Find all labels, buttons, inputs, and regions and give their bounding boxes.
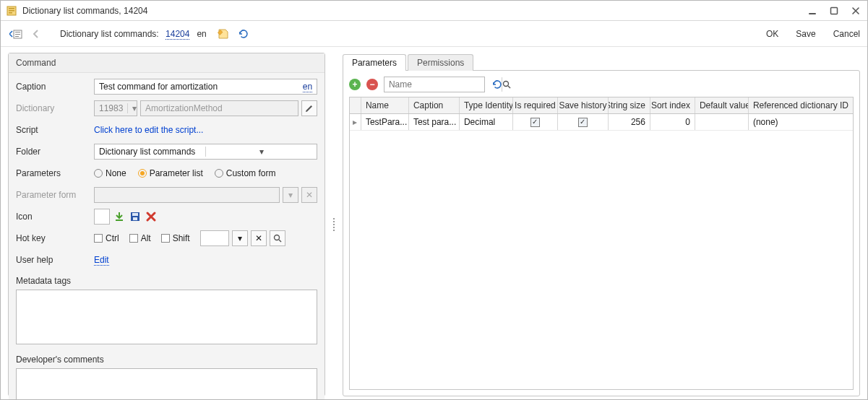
dictionary-label: Dictionary (16, 103, 94, 113)
edit-note-icon[interactable] (215, 26, 231, 42)
caption-input[interactable]: Test command for amortization en (94, 79, 317, 95)
remove-parameter-button[interactable]: − (366, 79, 378, 90)
svg-rect-7 (15, 32, 20, 32)
icon-save-button[interactable] (129, 210, 142, 223)
cell-required[interactable] (513, 114, 558, 130)
save-button[interactable]: Save (796, 29, 815, 39)
breadcrumb-label: Dictionary list commands: (60, 29, 159, 39)
parameters-radio-list[interactable]: Parameter list (138, 168, 203, 178)
caption-label: Caption (16, 82, 94, 92)
cell-history[interactable] (558, 114, 609, 130)
row-selector-icon[interactable]: ▸ (350, 114, 361, 130)
hotkey-shift-check[interactable]: Shift (161, 233, 190, 243)
grid-row-selector-header (350, 97, 361, 113)
cell-default[interactable] (695, 114, 749, 130)
check-icon (530, 118, 540, 127)
hotkey-ctrl-check[interactable]: Ctrl (94, 233, 119, 243)
col-caption[interactable]: Caption (409, 97, 460, 113)
col-history[interactable]: Save history (558, 97, 609, 113)
hotkey-key-field[interactable] (200, 230, 229, 246)
svg-point-15 (503, 82, 508, 87)
parameters-radio-none[interactable]: None (94, 168, 126, 178)
add-parameter-button[interactable]: + (349, 79, 361, 90)
icon-label: Icon (16, 212, 94, 222)
script-label: Script (16, 125, 94, 135)
cell-type[interactable]: Decimal (460, 114, 513, 130)
cell-sort-index[interactable]: 0 (650, 114, 695, 130)
titlebar: Dictionary list commands, 14204 (1, 1, 867, 21)
col-sort-index[interactable]: Sort index (650, 97, 695, 113)
dictionary-id-combo: 11983 ▾ (94, 100, 137, 116)
cell-name[interactable]: TestPara... (361, 114, 409, 130)
splitter[interactable] (331, 53, 337, 396)
refresh-parameters-icon[interactable] (491, 78, 504, 91)
window-title: Dictionary list commands, 14204 (22, 6, 807, 16)
svg-rect-2 (9, 10, 14, 12)
dictionary-edit-button[interactable] (301, 100, 317, 116)
svg-rect-9 (15, 36, 19, 37)
icon-delete-button[interactable] (145, 210, 158, 223)
parameter-form-clear: ✕ (301, 187, 317, 203)
col-required[interactable]: Is required (513, 97, 558, 113)
cell-caption[interactable]: Test para... (409, 114, 460, 130)
parameters-tab-body: + − Name (343, 70, 860, 396)
cancel-button[interactable]: Cancel (833, 29, 860, 39)
hotkey-search-button[interactable] (270, 230, 285, 246)
cell-string-size[interactable]: 256 (609, 114, 650, 130)
table-row[interactable]: ▸ TestPara... Test para... Decimal 256 0… (350, 114, 853, 131)
cell-ref-dict[interactable]: (none) (749, 114, 853, 130)
hotkey-dropdown[interactable]: ▾ (232, 230, 248, 246)
col-string-size[interactable]: String size (609, 97, 650, 113)
parameters-label: Parameters (16, 168, 94, 178)
tabs: Parameters Permissions (343, 53, 860, 70)
icon-download-button[interactable] (113, 210, 126, 223)
back-list-icon[interactable] (8, 26, 24, 42)
svg-rect-3 (9, 12, 12, 14)
folder-label: Folder (16, 147, 94, 157)
metadata-tags-textarea[interactable] (16, 290, 317, 344)
svg-rect-8 (15, 34, 20, 35)
svg-rect-5 (831, 7, 838, 14)
script-edit-link[interactable]: Click here to edit the script... (94, 125, 203, 135)
grid-header: Name Caption Type Identity Is required S… (350, 97, 853, 114)
icon-preview[interactable] (94, 209, 110, 225)
svg-rect-12 (132, 213, 138, 216)
hotkey-alt-check[interactable]: Alt (129, 233, 151, 243)
col-ref-dict[interactable]: Referenced dictionary ID (749, 97, 853, 113)
svg-rect-1 (9, 8, 14, 9)
parameter-search-box[interactable] (384, 77, 485, 92)
caption-lang-link[interactable]: en (303, 82, 312, 92)
maximize-button[interactable] (828, 5, 840, 17)
close-button[interactable] (850, 5, 861, 17)
right-panel: Parameters Permissions + − (343, 53, 860, 396)
language-label: en (197, 29, 206, 39)
breadcrumb-id-link[interactable]: 14204 (166, 29, 189, 40)
developer-comments-label: Developer's comments (16, 355, 317, 365)
minimize-button[interactable] (807, 5, 818, 17)
svg-rect-4 (809, 13, 816, 14)
parameters-grid: Name Caption Type Identity Is required S… (349, 97, 854, 390)
col-default[interactable]: Default value (695, 97, 749, 113)
parameters-radio-custom[interactable]: Custom form (215, 168, 276, 178)
hotkey-label: Hot key (16, 233, 94, 243)
command-panel: Command Caption Test command for amortiz… (8, 53, 325, 396)
svg-rect-13 (133, 217, 137, 220)
main-toolbar: Dictionary list commands: 14204 en OK Sa… (1, 21, 867, 47)
tab-permissions[interactable]: Permissions (408, 54, 473, 71)
hotkey-clear-button[interactable]: ✕ (251, 230, 267, 246)
svg-rect-10 (116, 219, 123, 221)
col-name[interactable]: Name (361, 97, 409, 113)
refresh-icon[interactable] (236, 26, 252, 42)
col-type[interactable]: Type Identity (460, 97, 513, 113)
folder-select[interactable]: Dictionary list commands ▾ (94, 144, 317, 160)
user-help-edit-link[interactable]: Edit (94, 255, 109, 266)
parameter-form-field (94, 187, 280, 203)
dictionary-name-field: AmortizationMethod (140, 100, 298, 116)
chevron-down-icon[interactable]: ▾ (205, 147, 317, 157)
developer-comments-textarea[interactable] (16, 368, 317, 400)
tab-parameters[interactable]: Parameters (343, 54, 406, 71)
metadata-tags-label: Metadata tags (16, 276, 317, 286)
parameter-search-input[interactable] (384, 79, 502, 90)
parameter-form-label: Parameter form (16, 190, 94, 200)
ok-button[interactable]: OK (766, 29, 778, 39)
